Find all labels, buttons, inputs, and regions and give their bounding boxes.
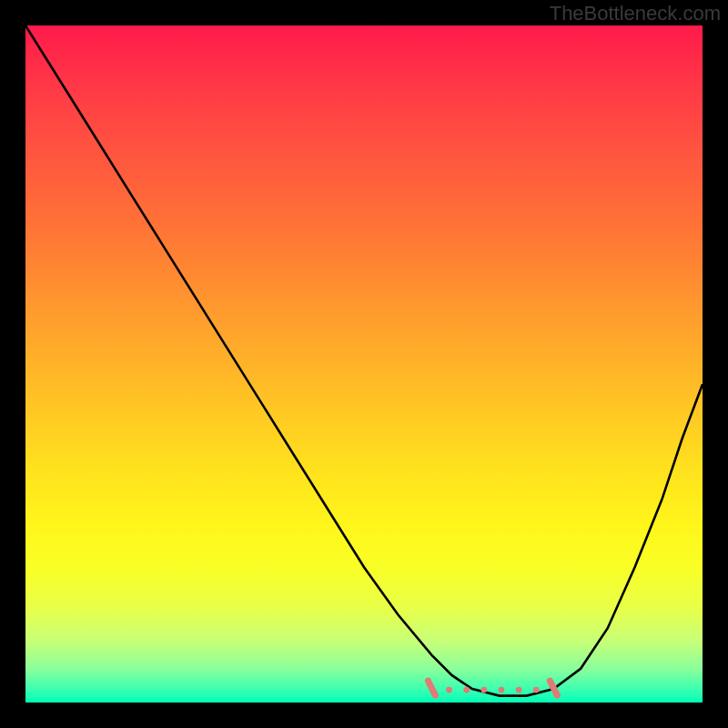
svg-point-3 (463, 687, 470, 693)
chart-plot-area (25, 25, 703, 703)
svg-point-7 (533, 687, 540, 693)
chart-svg (25, 25, 703, 703)
bottleneck-curve-line (25, 25, 703, 696)
watermark-text: TheBottleneck.com (550, 2, 721, 25)
svg-point-5 (499, 687, 505, 693)
svg-line-0 (428, 681, 435, 695)
svg-point-6 (516, 687, 522, 693)
svg-line-1 (550, 681, 557, 695)
svg-point-2 (446, 687, 452, 693)
svg-point-4 (480, 687, 487, 693)
